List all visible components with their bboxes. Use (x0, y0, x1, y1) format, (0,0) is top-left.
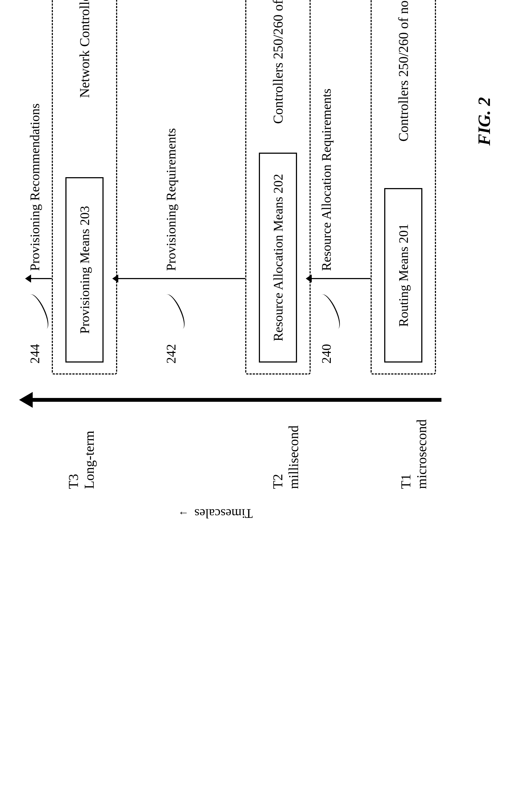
third-stratum-box: Provisioning Means 203 Network Controlle… (52, 0, 117, 375)
ref-242: 242 (163, 344, 178, 364)
up-arrow-icon: → (178, 507, 189, 520)
controllers-text-1: Controllers 250/260 of nodes 210/220 (395, 0, 411, 174)
second-stratum-box: Resource Allocation Means 202 Controller… (245, 0, 311, 375)
arrow-bot (311, 278, 370, 279)
figure-label: FIG. 2 (474, 97, 494, 146)
routing-means-box: Routing Means 201 (384, 188, 422, 363)
ref-244: 244 (27, 344, 42, 364)
lead-line-240 (316, 292, 344, 332)
timescale-t3: T3 Long-term (65, 431, 97, 489)
ann-244-text: Provisioning Recommendations (27, 103, 42, 271)
first-stratum-box: Routing Means 201 Controllers 250/260 of… (370, 0, 436, 375)
controllers-text-2: Controllers 250/260 of nodes 210/220 (270, 0, 286, 139)
timescale-t2: T2 millisecond (270, 425, 302, 489)
provisioning-means-box: Provisioning Means 203 (65, 177, 104, 363)
resource-allocation-box: Resource Allocation Means 202 (259, 153, 297, 363)
main-vertical-arrow-icon (27, 398, 441, 402)
lead-line-242 (160, 292, 189, 332)
arrow-top (30, 278, 52, 279)
arrow-mid (117, 278, 245, 279)
ref-240: 240 (319, 344, 334, 364)
ann-240-text: Resource Allocation Requirements (319, 89, 334, 271)
network-controller-text: Network Controller 270 (76, 0, 92, 163)
timescales-axis-label: Timescales → (178, 506, 253, 521)
lead-line-244 (24, 292, 52, 332)
timescale-t1: T1 microsecond (398, 420, 429, 489)
ann-242-text: Provisioning Requirements (163, 128, 178, 271)
